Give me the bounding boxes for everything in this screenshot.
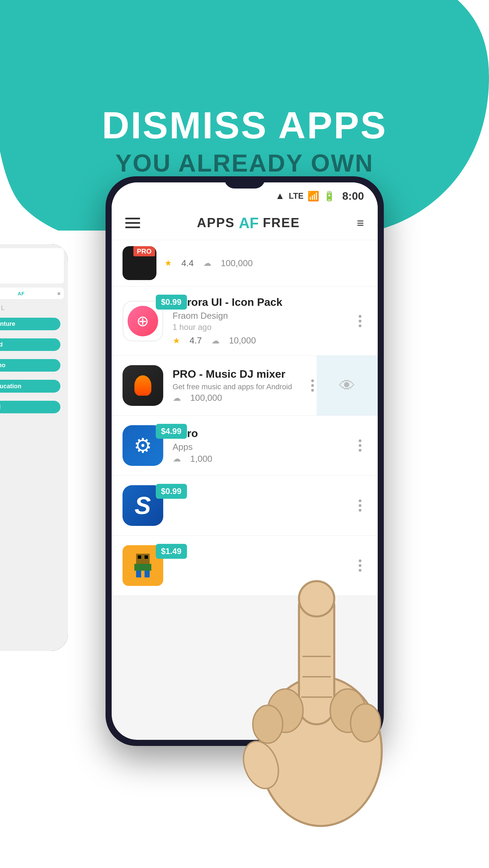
- app-name-aurora: Aurora UI - Icon Pack: [173, 296, 349, 309]
- list-item-mixer: $4.99 ⚙ r Pro Apps ☁ 1,000: [112, 416, 378, 476]
- app-name-mixer: r Pro: [173, 427, 349, 440]
- pro-label: PRO: [133, 246, 155, 256]
- more-options-mixer[interactable]: [353, 439, 367, 452]
- status-time: 8:00: [342, 190, 364, 202]
- phone-container: ▲ LTE 📶 🔋 8:00 APPS AF FREE: [106, 176, 384, 746]
- download-icon-dj: ☁: [173, 393, 181, 403]
- svg-rect-6: [145, 571, 150, 577]
- downloads-mixer: 1,000: [190, 454, 212, 464]
- category-education[interactable]: Education: [0, 380, 60, 393]
- download-icon-top: ☁: [203, 258, 211, 268]
- mixer-symbol: ⚙: [134, 434, 152, 457]
- phone-frame: ▲ LTE 📶 🔋 8:00 APPS AF FREE: [106, 176, 384, 746]
- hero-subtitle: YOU ALREADY OWN: [115, 149, 374, 177]
- app-info-dj: PRO - Music DJ mixer Get free music and …: [173, 368, 302, 403]
- app-developer-aurora: Fraom Design: [173, 311, 349, 321]
- app-developer-mixer: Apps: [173, 442, 349, 452]
- price-badge-pixel: $1.49: [156, 544, 187, 559]
- side-phone: 🔥 8:00 ☰ AF ≡ DEVEL Adventure Board Casi…: [0, 244, 68, 651]
- price-badge-swiftly: $0.99: [156, 484, 187, 499]
- list-item-swiftly: $0.99 S: [112, 476, 378, 536]
- app-info-swiftly: [173, 505, 349, 507]
- download-icon-aurora: ☁: [211, 336, 220, 346]
- logo-free-text: FREE: [263, 216, 300, 230]
- pixel-art-icon: [128, 550, 158, 581]
- list-item-dj: PRO - Music DJ mixer Get free music and …: [112, 356, 378, 416]
- more-options-swiftly[interactable]: [353, 499, 367, 512]
- app-info-aurora: Aurora UI - Icon Pack Fraom Design 1 hou…: [173, 296, 349, 346]
- list-item-aurora: $0.99 ⊕ Aurora UI - Icon Pack Fraom Desi…: [112, 287, 378, 356]
- downloads-aurora: 10,000: [229, 335, 256, 346]
- side-phone-screen: 🔥 8:00 ☰ AF ≡ DEVEL Adventure Board Casi…: [0, 244, 68, 651]
- hero-title: DISMISS APPS: [102, 104, 387, 146]
- flame-icon: [134, 375, 151, 396]
- download-icon-mixer: ☁: [173, 454, 181, 463]
- list-item: PRO ★ 4.4 ☁ 100,000: [112, 240, 378, 287]
- app-logo: APPS AF FREE: [197, 215, 300, 232]
- wifi-icon: ▲: [275, 191, 285, 201]
- app-time-aurora: 1 hour ago: [173, 322, 349, 332]
- app-stats-aurora: ★ 4.7 ☁ 10,000: [173, 335, 349, 346]
- star-icon-aurora: ★: [173, 336, 180, 346]
- app-icon-top: PRO: [123, 246, 156, 280]
- price-badge-mixer: $4.99: [156, 424, 187, 439]
- app-info-pixel: [173, 565, 349, 567]
- list-item-pixel: $1.49: [112, 536, 378, 596]
- rating-top: 4.4: [182, 258, 194, 269]
- phone-screen: ▲ LTE 📶 🔋 8:00 APPS AF FREE: [112, 182, 378, 740]
- downloads-dj: 100,000: [190, 393, 222, 403]
- swiftly-letter: S: [134, 492, 151, 519]
- dismiss-overlay: 👁: [317, 356, 378, 415]
- rating-aurora: 4.7: [190, 335, 202, 346]
- lte-icon: LTE: [289, 191, 304, 201]
- svg-rect-1: [138, 555, 141, 559]
- battery-icon: 🔋: [323, 191, 335, 202]
- app-icon-dj: [123, 365, 163, 406]
- price-badge-aurora: $0.99: [156, 295, 187, 310]
- eye-slash-icon: 👁: [339, 376, 355, 395]
- signal-icon: 📶: [307, 191, 319, 202]
- star-icon: ★: [165, 258, 172, 268]
- svg-rect-4: [134, 564, 151, 571]
- app-developer-dj: Get free music and apps for Android: [173, 382, 302, 391]
- more-options-aurora[interactable]: [353, 315, 367, 327]
- category-puzzle[interactable]: Puzzl: [0, 401, 60, 413]
- app-list-container: PRO ★ 4.4 ☁ 100,000 $0.99: [112, 240, 378, 740]
- more-options-pixel[interactable]: [353, 559, 367, 572]
- status-icons: ▲ LTE 📶 🔋 8:00: [275, 190, 364, 202]
- app-list: PRO ★ 4.4 ☁ 100,000 $0.99: [112, 240, 378, 596]
- downloads-top: 100,000: [221, 258, 253, 269]
- app-info-mixer: r Pro Apps ☁ 1,000: [173, 427, 349, 464]
- app-stats-top: ★ 4.4 ☁ 100,000: [165, 258, 253, 269]
- phone-notch: [224, 176, 265, 189]
- pro-badge-top: PRO: [133, 248, 155, 255]
- category-adventure[interactable]: Adventure: [0, 318, 60, 330]
- app-header: APPS AF FREE ≡: [112, 206, 378, 240]
- logo-apps-text: APPS: [197, 216, 234, 230]
- app-stats-dj: ☁ 100,000: [173, 393, 302, 403]
- category-chips: Adventure Board Casino Education Puzzl: [0, 314, 64, 417]
- app-stats-mixer: ☁ 1,000: [173, 454, 349, 464]
- svg-rect-3: [138, 562, 148, 564]
- svg-rect-5: [136, 571, 141, 577]
- category-board[interactable]: Board: [0, 338, 60, 351]
- app-name-dj: PRO - Music DJ mixer: [173, 368, 302, 380]
- logo-af-text: AF: [239, 215, 259, 232]
- filter-button[interactable]: ≡: [357, 216, 364, 230]
- category-casino[interactable]: Casino: [0, 359, 60, 372]
- svg-rect-2: [145, 555, 148, 559]
- aurora-icon-symbol: ⊕: [136, 312, 149, 330]
- hamburger-button[interactable]: [125, 218, 140, 228]
- devel-label: DEVEL: [0, 302, 64, 314]
